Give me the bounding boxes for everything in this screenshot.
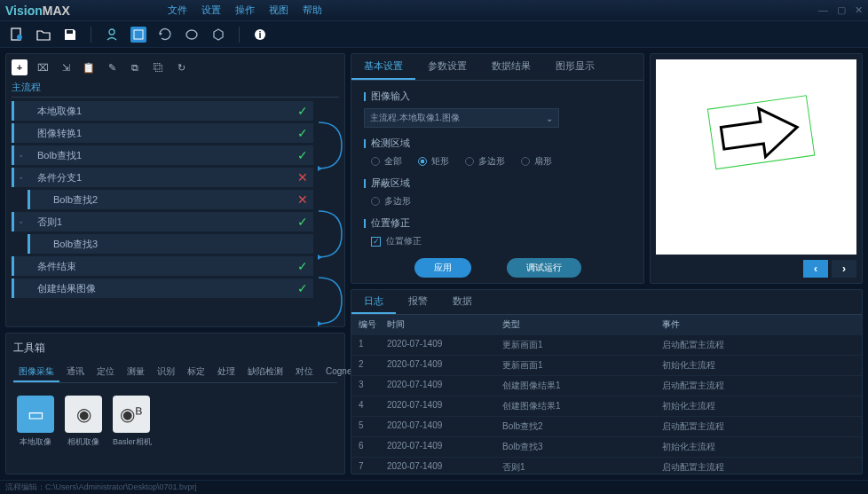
run-once-icon[interactable] [157,27,173,43]
run-loop-icon[interactable] [184,27,200,43]
log-tabs: 日志报警数据 [351,290,862,315]
config-tab[interactable]: 基本设置 [351,54,415,80]
stop-icon[interactable] [210,27,226,43]
toolbox-tab[interactable]: 识别 [152,363,180,382]
flow-item-label: Bolb查找2 [53,193,297,207]
config-tabs: 基本设置参数设置数据结果图形显示 [351,54,643,81]
flow-items: 本地取像1✓图像转换1✓◦Bolb查找1✓◦条件分支1✕Bolb查找2✕◦否则1… [12,101,339,298]
toolbox-tabs: 图像采集通讯定位测量识别标定处理缺陷检测对位Cognex检测工具› [13,363,337,383]
flow-refresh-button[interactable]: ↻ [173,59,189,75]
save-icon[interactable] [62,27,78,43]
log-time: 2020-07-1409 [387,461,502,474]
flow-copy-button[interactable]: ⇲ [58,59,74,75]
close-icon[interactable]: ✕ [855,4,863,16]
toolbox-tab[interactable]: 定位 [91,363,120,382]
config-tab[interactable]: 数据结果 [479,54,543,80]
posfix-label: 位置修正 [386,235,422,247]
flow-group-button[interactable]: ⿻ [150,59,166,75]
menu-文件[interactable]: 文件 [168,4,187,17]
log-tab[interactable]: 日志 [351,290,396,314]
radio-icon [371,197,380,206]
radio-label: 多边形 [478,155,505,168]
radio-label: 矩形 [431,155,449,168]
maximize-icon[interactable]: ▢ [837,4,846,16]
prev-button[interactable]: ‹ [803,260,828,278]
log-type: 更新画面1 [502,339,662,351]
toolbox-tab[interactable]: 通讯 [61,363,90,382]
log-type: 创建图像结果1 [502,380,662,392]
status-icon: ✓ [297,215,308,229]
detect-radio[interactable]: 多边形 [465,155,505,168]
flow-item[interactable]: 图像转换1✓ [12,123,313,143]
tool-item[interactable]: ◉ᴮBasler相机 [113,396,152,448]
toolbox-tab[interactable]: 测量 [122,363,150,382]
open-file-icon[interactable] [36,27,51,43]
log-row[interactable]: 72020-07-1409否则1启动配置主流程 [351,458,862,474]
flow-paste-button[interactable]: 📋 [81,59,97,75]
log-idx: 2 [359,359,387,372]
log-time: 2020-07-1409 [387,339,502,351]
log-type: Bolb查找3 [502,441,662,453]
flow-add-button[interactable]: + [12,59,28,75]
debug-run-button[interactable]: 调试运行 [507,258,581,278]
toolbox-tab[interactable]: 对位 [290,363,319,382]
config-tab[interactable]: 参数设置 [415,54,479,80]
flow-item[interactable]: 本地取像1✓ [12,101,313,121]
apply-button[interactable]: 应用 [414,258,471,278]
log-row[interactable]: 52020-07-1409Bolb查找2启动配置主流程 [351,417,862,437]
flow-item[interactable]: 创建结果图像✓ [12,278,313,298]
detect-radio[interactable]: 全部 [371,155,402,168]
menu-帮助[interactable]: 帮助 [303,4,322,17]
log-time: 2020-07-1409 [387,359,502,372]
menu-设置[interactable]: 设置 [201,4,221,17]
edit-mode-icon[interactable] [130,27,146,43]
log-time: 2020-07-1409 [387,380,502,392]
log-row[interactable]: 22020-07-1409更新画面1初始化主流程 [351,356,862,376]
flow-item[interactable]: ◦条件分支1✕ [12,168,313,187]
new-file-icon[interactable] [9,27,25,43]
log-row[interactable]: 32020-07-1409创建图像结果1启动配置主流程 [351,376,862,396]
flow-item-label: 条件结束 [37,260,297,273]
tool-items: ▭本地取像◉相机取像◉ᴮBasler相机 [13,392,337,451]
log-event: 启动配置主流程 [662,339,855,351]
next-button[interactable]: › [832,260,856,278]
log-row[interactable]: 62020-07-1409Bolb查找3初始化主流程 [351,437,862,458]
toolbox-tab[interactable]: 处理 [212,363,241,382]
flow-item[interactable]: ◦Bolb查找1✓ [12,145,313,165]
toolbox-tab[interactable]: 缺陷检测 [242,363,288,382]
flow-item[interactable]: ◦否则1✓ [12,212,313,231]
flow-duplicate-button[interactable]: ⧉ [127,59,143,75]
log-tab[interactable]: 报警 [396,290,440,314]
posfix-checkbox[interactable]: ✓ 位置修正 [364,235,631,247]
preview-image[interactable] [656,59,856,255]
check-icon: ✓ [371,237,381,247]
config-panel: 基本设置参数设置数据结果图形显示 图像输入 主流程.本地取像1.图像 ⌄ 检测区… [351,53,644,284]
flow-item[interactable]: 条件结束✓ [12,256,313,276]
statusbar: 流程编辑：C:\Users\Administrator\Desktop\0701… [0,480,868,494]
image-input-select[interactable]: 主流程.本地取像1.图像 ⌄ [364,108,559,128]
user-icon[interactable] [104,27,120,43]
toolbox-tab[interactable]: 图像采集 [13,363,59,382]
menu-视图[interactable]: 视图 [269,4,288,17]
tool-item[interactable]: ◉相机取像 [65,396,102,448]
menu-操作[interactable]: 操作 [235,4,255,17]
flow-edit-button[interactable]: ✎ [104,59,120,75]
detect-radio[interactable]: 扇形 [521,155,552,168]
log-tab[interactable]: 数据 [440,290,485,314]
info-icon[interactable]: i [252,27,268,43]
flow-item[interactable]: Bolb查找2✕ [28,190,313,209]
detect-radio[interactable]: 矩形 [418,155,449,168]
flow-item-icon: ◦ [20,173,32,183]
flow-delete-button[interactable]: ⌧ [35,59,51,75]
mask-radio[interactable]: 多边形 [371,195,411,208]
log-event: 初始化主流程 [662,359,855,372]
minimize-icon[interactable]: — [818,4,828,16]
preview-panel: ‹ › [650,53,863,284]
config-tab[interactable]: 图形显示 [543,54,607,80]
flow-item[interactable]: Bolb查找3 [28,234,313,254]
toolbox-tab[interactable]: 标定 [182,363,210,382]
tool-item[interactable]: ▭本地取像 [17,396,54,448]
log-row[interactable]: 12020-07-1409更新画面1启动配置主流程 [351,335,862,356]
col-time-header: 时间 [387,318,502,331]
log-row[interactable]: 42020-07-1409创建图像结果1初始化主流程 [351,396,862,417]
